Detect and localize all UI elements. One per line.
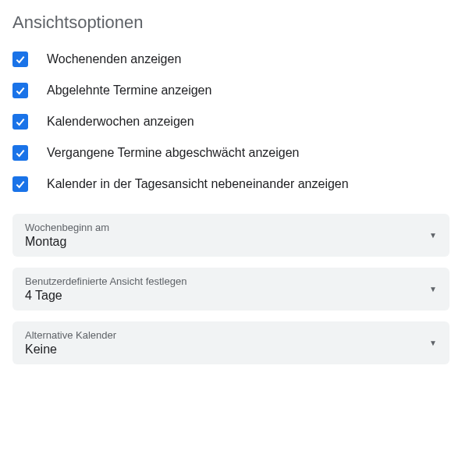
dropdown-text: Wochenbeginn am Montag	[25, 222, 109, 249]
checkbox-side-by-side-day-view[interactable]	[12, 176, 28, 192]
chevron-down-icon: ▼	[429, 285, 437, 293]
dropdown-week-start[interactable]: Wochenbeginn am Montag ▼	[12, 214, 449, 257]
dropdown-custom-view[interactable]: Benutzerdefinierte Ansicht festlegen 4 T…	[12, 268, 449, 311]
dropdown-label: Benutzerdefinierte Ansicht festlegen	[25, 275, 186, 287]
dropdown-label: Alternative Kalender	[25, 329, 116, 341]
checkbox-show-week-numbers[interactable]	[12, 114, 28, 130]
dropdown-value: Keine	[25, 343, 116, 357]
checkbox-label: Vergangene Termine abgeschwächt anzeigen	[47, 146, 300, 160]
dropdown-value: 4 Tage	[25, 289, 186, 303]
chevron-down-icon: ▼	[429, 231, 437, 240]
checkbox-dim-past-events[interactable]	[12, 145, 28, 161]
checkbox-row-show-week-numbers: Kalenderwochen anzeigen	[12, 114, 464, 130]
checkbox-label: Abgelehnte Termine anzeigen	[47, 83, 211, 98]
dropdown-list: Wochenbeginn am Montag ▼ Benutzerdefinie…	[12, 214, 464, 364]
checkbox-list: Wochenenden anzeigen Abgelehnte Termine …	[12, 51, 464, 192]
checkbox-label: Wochenenden anzeigen	[47, 52, 181, 66]
check-icon	[14, 115, 27, 128]
chevron-down-icon: ▼	[429, 339, 437, 347]
section-heading: Ansichtsoptionen	[12, 12, 464, 33]
checkbox-row-side-by-side-day-view: Kalender in der Tagesansicht nebeneinand…	[12, 176, 464, 192]
dropdown-value: Montag	[25, 235, 109, 249]
check-icon	[14, 178, 27, 190]
check-icon	[14, 53, 27, 66]
checkbox-label: Kalender in der Tagesansicht nebeneinand…	[47, 177, 349, 191]
checkbox-label: Kalenderwochen anzeigen	[47, 115, 194, 129]
dropdown-text: Alternative Kalender Keine	[25, 329, 116, 357]
dropdown-alternative-calendar[interactable]: Alternative Kalender Keine ▼	[12, 321, 449, 364]
checkbox-row-dim-past-events: Vergangene Termine abgeschwächt anzeigen	[12, 145, 464, 161]
checkbox-row-show-declined: Abgelehnte Termine anzeigen	[12, 83, 464, 98]
checkbox-row-show-weekends: Wochenenden anzeigen	[12, 51, 464, 67]
checkbox-show-declined[interactable]	[12, 83, 28, 98]
dropdown-text: Benutzerdefinierte Ansicht festlegen 4 T…	[25, 275, 186, 303]
checkbox-show-weekends[interactable]	[12, 51, 28, 67]
dropdown-label: Wochenbeginn am	[25, 222, 109, 233]
check-icon	[14, 147, 27, 159]
check-icon	[14, 84, 27, 97]
